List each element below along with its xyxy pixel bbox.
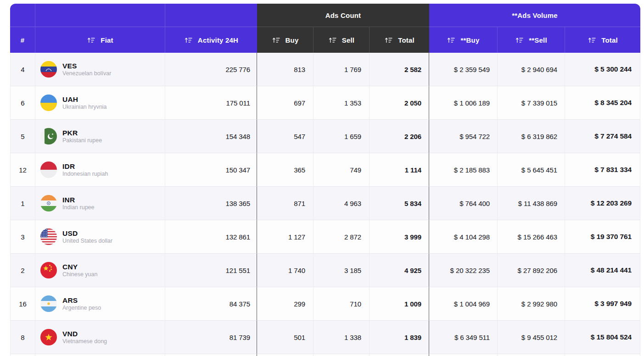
ads-count-buy-cell: 547 bbox=[257, 120, 314, 153]
ads-volume-buy-cell: $ 6 349 511 bbox=[429, 321, 498, 354]
ads-volume-sell-cell: $ 2 940 694 bbox=[498, 53, 565, 86]
header-total-volume[interactable]: Total bbox=[565, 27, 640, 53]
rank-cell: 3 bbox=[10, 220, 35, 254]
fiat-cell[interactable]: CNY Chinese yuan bbox=[35, 254, 165, 287]
ads-count-sell-cell: 3 185 bbox=[314, 254, 370, 287]
sort-ascending-icon bbox=[87, 37, 95, 44]
ads-volume-sell-cell: $ 7 339 015 bbox=[498, 86, 565, 120]
ads-count-sell-cell: 1 338 bbox=[314, 321, 370, 354]
ads-volume-total-cell bbox=[565, 354, 640, 356]
header-activity-24h[interactable]: Activity 24H bbox=[165, 27, 257, 53]
header-volume-buy[interactable]: **Buy bbox=[429, 27, 498, 53]
ads-volume-sell-cell: $ 5 645 451 bbox=[498, 153, 565, 187]
fiat-code: VES bbox=[62, 61, 111, 70]
ads-count-sell-cell: 1 353 bbox=[314, 86, 370, 120]
header-sell-label: Sell bbox=[342, 36, 354, 44]
cny-flag-icon bbox=[40, 262, 57, 278]
ads-count-total-cell: 2 206 bbox=[370, 120, 429, 153]
ads-count-buy-cell: 871 bbox=[257, 187, 314, 220]
ads-volume-total-cell: $ 3 997 949 bbox=[565, 287, 640, 321]
ads-count-buy-cell bbox=[257, 354, 314, 356]
header-sell[interactable]: Sell bbox=[314, 27, 370, 53]
fiat-name: Ukrainian hryvnia bbox=[62, 104, 107, 111]
activity-24h-cell: 138 365 bbox=[165, 187, 257, 220]
activity-24h-cell bbox=[165, 354, 257, 356]
table-row: 12 IDR Indonesian rupiah 150 347 365 749… bbox=[10, 153, 640, 187]
ads-volume-total-cell: $ 5 300 244 bbox=[565, 53, 640, 86]
activity-24h-cell: 154 348 bbox=[165, 120, 257, 153]
fiat-code: PKR bbox=[62, 128, 102, 137]
fiat-cell[interactable]: ARS Argentine peso bbox=[35, 287, 165, 321]
ads-volume-buy-cell: $ 2 185 883 bbox=[429, 153, 498, 187]
ads-count-buy-cell: 697 bbox=[257, 86, 314, 120]
fiat-cell[interactable]: VES Venezuelan bolívar bbox=[35, 53, 165, 86]
group-blank-fiat bbox=[35, 4, 165, 27]
header-volume-sell[interactable]: **Sell bbox=[498, 27, 565, 53]
group-blank-rank bbox=[10, 4, 35, 27]
ads-count-buy-cell: 813 bbox=[257, 53, 314, 86]
ads-count-sell-cell bbox=[314, 354, 370, 356]
ads-count-buy-cell: 365 bbox=[257, 153, 314, 187]
ads-count-total-cell: 1 009 bbox=[370, 287, 429, 321]
ads-volume-sell-cell: $ 11 438 869 bbox=[498, 187, 565, 220]
table-row: 4 VES Venezuelan bolívar 225 776 813 1 7… bbox=[10, 53, 640, 86]
fiat-cell[interactable]: VND Vietnamese dong bbox=[35, 321, 165, 354]
fiat-cell[interactable]: IDR Indonesian rupiah bbox=[35, 153, 165, 187]
ads-count-buy-cell: 501 bbox=[257, 321, 314, 354]
fiat-cell[interactable]: PKR Pakistani rupee bbox=[35, 120, 165, 153]
vnd-flag-icon bbox=[40, 329, 57, 345]
ads-volume-buy-cell: $ 1 006 189 bbox=[429, 86, 498, 120]
usd-flag-icon bbox=[40, 228, 57, 245]
ads-volume-buy-cell: $ 2 359 549 bbox=[429, 53, 498, 86]
header-fiat[interactable]: Fiat bbox=[35, 27, 165, 53]
header-total-count[interactable]: Total bbox=[370, 27, 429, 53]
ads-count-total-cell: 1 839 bbox=[370, 321, 429, 354]
fiat-cell[interactable]: UAH Ukrainian hryvnia bbox=[35, 86, 165, 120]
sort-ascending-icon bbox=[384, 37, 393, 44]
idr-flag-icon bbox=[40, 161, 57, 178]
ads-volume-total-cell: $ 8 345 204 bbox=[565, 86, 640, 120]
fiat-name: Indonesian rupiah bbox=[62, 171, 108, 178]
fiat-cell[interactable] bbox=[35, 354, 165, 356]
rank-cell bbox=[10, 354, 35, 356]
activity-24h-cell: 84 375 bbox=[165, 287, 257, 321]
fiat-cell[interactable]: USD United States dollar bbox=[35, 220, 165, 254]
table-row: 2 CNY Chinese yuan 121 551 1 740 3 185 4… bbox=[10, 254, 640, 287]
activity-24h-cell: 132 861 bbox=[165, 220, 257, 254]
rank-cell: 1 bbox=[10, 187, 35, 220]
fiat-cell[interactable]: INR Indian rupee bbox=[35, 187, 165, 220]
header-volume-sell-label: **Sell bbox=[529, 36, 547, 44]
ads-volume-total-cell: $ 12 203 269 bbox=[565, 187, 640, 220]
fiat-code: VND bbox=[62, 329, 107, 338]
ads-volume-sell-cell: $ 27 892 206 bbox=[498, 254, 565, 287]
rank-cell: 4 bbox=[10, 53, 35, 86]
rank-cell: 5 bbox=[10, 120, 35, 153]
fiat-name: Chinese yuan bbox=[62, 271, 97, 278]
fiat-code: CNY bbox=[62, 262, 97, 271]
fiat-currencies-table: Ads Count **Ads Volume # Fiat Activity 2… bbox=[10, 4, 640, 356]
ads-count-sell-cell: 4 963 bbox=[314, 187, 370, 220]
table-row: 8 VND Vietnamese dong 81 739 501 1 338 1… bbox=[10, 321, 640, 354]
ads-count-buy-cell: 1 740 bbox=[257, 254, 314, 287]
ads-volume-buy-cell: $ 20 322 235 bbox=[429, 254, 498, 287]
ads-count-sell-cell: 2 872 bbox=[314, 220, 370, 254]
table-row: 1 INR Indian rupee 138 365 871 4 963 5 8… bbox=[10, 187, 640, 220]
table-row: 6 UAH Ukrainian hryvnia 175 011 697 1 35… bbox=[10, 86, 640, 120]
ads-count-buy-cell: 299 bbox=[257, 287, 314, 321]
rank-cell: 6 bbox=[10, 86, 35, 120]
fiat-name: Vietnamese dong bbox=[62, 338, 107, 345]
header-buy[interactable]: Buy bbox=[257, 27, 314, 53]
group-ads-count: Ads Count bbox=[257, 4, 429, 27]
ads-volume-sell-cell bbox=[498, 354, 565, 356]
ads-count-total-cell: 2 050 bbox=[370, 86, 429, 120]
fiat-code: ARS bbox=[62, 296, 101, 305]
ads-volume-sell-cell: $ 2 992 980 bbox=[498, 287, 565, 321]
ads-count-total-cell: 5 834 bbox=[370, 187, 429, 220]
header-rank-label: # bbox=[21, 36, 25, 44]
rank-cell: 8 bbox=[10, 321, 35, 354]
ads-volume-buy-cell: $ 4 104 298 bbox=[429, 220, 498, 254]
table-row: 5 PKR Pakistani rupee 154 348 547 1 659 … bbox=[10, 120, 640, 153]
header-fiat-label: Fiat bbox=[101, 36, 113, 44]
fiat-code: USD bbox=[62, 229, 112, 238]
header-activity-label: Activity 24H bbox=[198, 36, 238, 44]
